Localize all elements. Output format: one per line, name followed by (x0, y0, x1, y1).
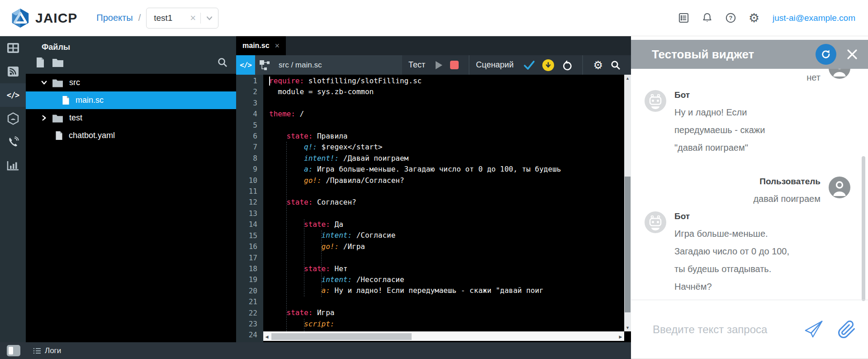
code-editor-area[interactable]: 1234567891011121314151617181920212223242… (236, 75, 631, 342)
line-number: 20 (236, 286, 257, 297)
editor-breadcrumb: src / main.sc (279, 61, 322, 70)
sidebar-item-analytics[interactable] (0, 154, 26, 177)
code-line[interactable]: q!: $regex</start> (269, 142, 624, 153)
code-line[interactable]: module = sys.zb-common (269, 86, 624, 97)
run-test-button[interactable] (435, 61, 443, 70)
sidebar-toggle-icon[interactable] (7, 345, 20, 356)
message-text-line: Загадаю число от 0 до 100, (674, 243, 789, 260)
logs-toggle[interactable]: Логи (33, 346, 61, 355)
bot-hexagon-icon (7, 112, 19, 125)
message-bubble: БотИгра больше-меньше.Загадаю число от 0… (674, 211, 789, 296)
sidebar-item-code-editor[interactable]: </> (0, 83, 26, 107)
deploy-button[interactable] (542, 59, 554, 71)
editor-settings-button[interactable]: ⚙ (593, 60, 603, 71)
files-search-icon[interactable] (217, 57, 228, 68)
message-text-line: давай поиграем (753, 190, 821, 208)
project-select-value: test1 (147, 13, 185, 23)
code-line[interactable]: go!: /Игра (269, 241, 624, 252)
code-line[interactable] (269, 252, 624, 263)
tree-item-test[interactable]: test (26, 109, 236, 127)
sidebar-item-bot[interactable] (0, 107, 26, 130)
horizontal-scrollbar-thumb[interactable] (271, 333, 412, 340)
message-text-line: Игра больше-меньше. (674, 225, 789, 243)
user-avatar (829, 69, 850, 81)
sidebar-item-telephony[interactable] (0, 130, 26, 154)
vertical-scrollbar-thumb[interactable] (625, 177, 631, 312)
line-number: 22 (236, 308, 257, 319)
scroll-right-arrow[interactable]: ▶ (617, 332, 624, 341)
new-folder-icon[interactable] (52, 57, 64, 67)
code-line[interactable]: state: Согласен? (269, 197, 624, 208)
code-line[interactable] (269, 297, 624, 307)
project-select[interactable]: test1 × (146, 8, 218, 29)
breadcrumb-projects[interactable]: Проекты (96, 13, 133, 23)
icon-sidebar: </> (0, 36, 26, 342)
chat-input[interactable] (653, 323, 803, 336)
tree-item-label: main.sc (76, 96, 104, 105)
code-line[interactable] (269, 120, 624, 131)
account-email[interactable]: just-ai@example.com (773, 13, 855, 23)
rss-feed-icon (7, 66, 19, 77)
horizontal-scrollbar[interactable]: ◀ ▶ (263, 331, 624, 341)
chevron-right-icon[interactable] (41, 115, 48, 121)
close-icon (846, 48, 858, 60)
tree-item-main-sc[interactable]: main.sc (26, 91, 236, 109)
line-number: 9 (236, 164, 257, 175)
chevron-down-icon[interactable] (41, 79, 48, 86)
tasks-list-icon[interactable] (677, 11, 690, 25)
tree-item-label: chatbot.yaml (69, 131, 115, 140)
code-line[interactable] (269, 98, 624, 109)
editor-search-button[interactable] (610, 60, 621, 71)
code-line[interactable]: state: Правила (269, 131, 624, 142)
project-clear-icon[interactable]: × (185, 12, 200, 24)
code-line[interactable]: a: Ну и ладно! Если передумаешь - скажи … (269, 285, 624, 296)
history-undo-button[interactable] (561, 60, 572, 71)
code-line[interactable]: require: slotfilling/slotFilling.sc (269, 76, 624, 86)
scenario-label: Сценарий (476, 60, 513, 70)
code-line[interactable]: script: (269, 319, 624, 330)
chevron-down-icon[interactable] (201, 14, 218, 22)
scroll-down-arrow[interactable]: ▼ (624, 324, 631, 331)
restart-test-button[interactable] (816, 44, 836, 65)
sidebar-item-dashboard[interactable] (0, 36, 26, 60)
sidebar-item-channels[interactable] (0, 60, 26, 83)
jaicp-logo[interactable]: JAICP (10, 7, 77, 29)
send-message-button[interactable] (803, 319, 824, 340)
folder-icon (52, 78, 63, 87)
attach-file-button[interactable] (837, 320, 856, 339)
flowchart-view-button[interactable] (255, 59, 274, 72)
code-line[interactable]: intent: /Согласие (269, 230, 624, 241)
file-tree: srcmain.sctestchatbot.yaml (26, 74, 236, 342)
top-header: JAICP Проекты / test1 × (0, 0, 868, 36)
line-number: 3 (236, 98, 257, 109)
code-line[interactable] (269, 186, 624, 197)
code-line[interactable]: state: Нет (269, 263, 624, 274)
code-line[interactable]: intent: /Несогласие (269, 274, 624, 285)
vertical-scrollbar[interactable]: ▲ ▼ (624, 75, 631, 331)
code-content[interactable]: require: slotfilling/slotFilling.sc modu… (263, 75, 624, 342)
code-line[interactable] (269, 208, 624, 219)
tree-item-src[interactable]: src (26, 74, 236, 91)
message-text-line: Начнём? (674, 278, 789, 296)
tab-main-sc[interactable]: main.sc × (236, 36, 286, 55)
code-line[interactable]: intent!: /Давай поиграем (269, 153, 624, 164)
code-line[interactable]: state: Да (269, 219, 624, 230)
message-text-line: Ну и ладно! Если (674, 104, 765, 121)
code-line[interactable]: go!: /Правила/Согласен? (269, 175, 624, 186)
new-file-icon[interactable] (36, 57, 45, 68)
chat-scrollbar-thumb[interactable] (862, 156, 865, 301)
stop-test-button[interactable] (450, 61, 459, 69)
code-view-button[interactable]: </> (236, 55, 255, 75)
code-line[interactable]: theme: / (269, 109, 624, 120)
tab-close-icon[interactable]: × (275, 41, 280, 51)
settings-gear-icon[interactable]: ⚙ (747, 11, 761, 25)
help-icon[interactable]: ? (724, 11, 737, 25)
scroll-left-arrow[interactable]: ◀ (263, 332, 270, 341)
close-widget-button[interactable] (846, 48, 858, 60)
tree-item-chatbot-yaml[interactable]: chatbot.yaml (26, 127, 236, 144)
validate-button[interactable] (523, 60, 535, 71)
code-line[interactable]: state: Игра (269, 307, 624, 318)
notifications-bell-icon[interactable] (700, 11, 714, 25)
scroll-up-arrow[interactable]: ▲ (624, 75, 631, 82)
code-line[interactable]: a: Игра больше-меньше. Загадаю число от … (269, 164, 624, 175)
